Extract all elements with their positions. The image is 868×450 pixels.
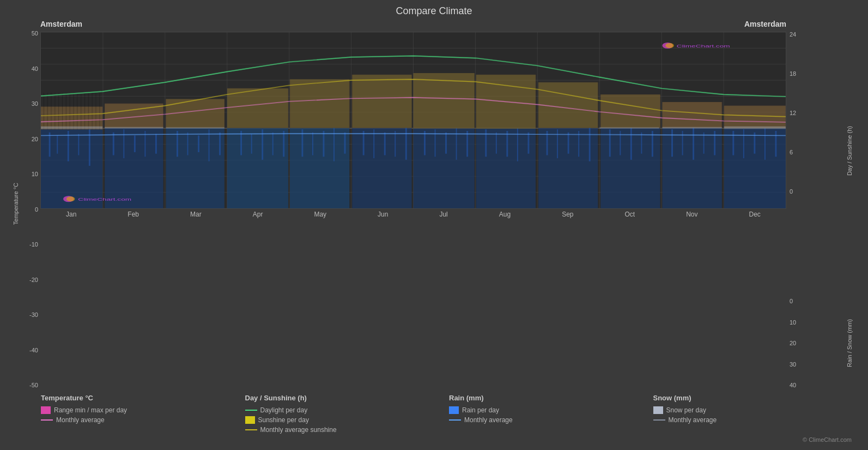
temp-range-swatch [41,406,51,414]
svg-rect-91 [743,129,744,158]
legend-temp-range: Range min / max per day [41,406,245,414]
svg-rect-36 [57,135,58,153]
month-jun: Jun [378,211,388,387]
legend-sunshine: Day / Sunshine (h) Daylight per day Suns… [245,394,450,434]
svg-rect-77 [568,133,569,154]
svg-rect-80 [609,129,611,157]
chart-title: Compare Climate [11,5,857,17]
svg-rect-130 [84,93,85,129]
svg-rect-119 [44,93,44,129]
y-axis-right-rain-label: Rain / Snow (mm) [846,319,853,367]
svg-rect-126 [70,93,70,129]
svg-rect-65 [424,131,426,155]
svg-rect-68 [456,128,457,159]
svg-rect-60 [363,131,365,155]
legend-daylight: Daylight per day [245,406,450,414]
svg-rect-59 [344,133,346,154]
chart-svg: ClimeChart.com ClimeChart.com [41,32,786,208]
svg-rect-33 [662,128,721,208]
svg-rect-42 [134,135,136,152]
svg-rect-38 [78,134,79,155]
svg-point-146 [665,43,674,48]
legend-sunshine-swatch: Sunshine per day [245,416,450,424]
svg-rect-90 [732,131,734,155]
y-axis-left-ticks: 50 40 30 20 10 0 -10 -20 -30 -40 -50 [21,20,40,388]
svg-rect-43 [144,131,145,157]
svg-text:ClimeChart.com: ClimeChart.com [677,44,730,48]
svg-rect-58 [333,128,335,161]
svg-rect-73 [517,128,518,161]
legend-rain-title: Rain (mm) [449,394,653,402]
svg-rect-62 [384,133,386,155]
legend-sunshine-title: Day / Sunshine (h) [245,394,450,402]
svg-rect-138 [599,127,659,128]
sunshine-swatch [245,416,255,424]
svg-rect-140 [724,127,786,129]
svg-rect-118 [724,106,786,129]
svg-rect-136 [105,127,163,129]
y-axis-left-label: Temperature °C [13,183,19,225]
svg-rect-70 [485,129,487,157]
svg-point-143 [66,196,75,201]
legend-snow: Snow (mm) Snow per day Monthly average [653,394,858,434]
svg-rect-53 [272,133,274,155]
svg-rect-83 [641,133,642,154]
sunshine-avg-line [245,429,257,430]
svg-rect-40 [113,133,114,155]
svg-rect-82 [630,128,632,159]
legend-temp-avg: Monthly average [41,416,245,424]
month-oct: Oct [625,211,635,387]
svg-rect-133 [96,93,96,129]
x-axis: Jan Feb Mar Apr May Jun Jul Aug Sep Oct … [40,209,786,388]
snow-swatch [653,406,663,414]
svg-rect-26 [227,128,288,208]
svg-rect-93 [764,128,766,159]
svg-rect-135 [41,127,102,129]
svg-rect-46 [187,133,189,155]
y-axis-right-sunshine-label: Day / Sunshine (h) [846,126,853,176]
svg-rect-56 [312,133,313,155]
svg-rect-64 [405,128,407,159]
svg-rect-27 [290,128,349,208]
svg-rect-127 [74,93,74,129]
svg-rect-29 [414,128,475,208]
legend-rain: Rain (mm) Rain per day Monthly average [449,394,653,434]
svg-rect-57 [323,131,325,157]
svg-rect-125 [66,93,66,129]
month-mar: Mar [190,211,202,387]
month-aug: Aug [499,211,511,387]
svg-rect-63 [394,131,396,157]
svg-rect-114 [600,94,660,128]
month-sep: Sep [562,211,573,387]
svg-rect-28 [352,128,411,208]
svg-rect-139 [662,127,721,129]
svg-rect-104 [290,79,349,128]
legend-snow-swatch: Snow per day [653,406,858,414]
svg-rect-89 [714,131,715,155]
svg-rect-86 [682,131,683,155]
svg-rect-112 [538,82,598,128]
svg-rect-72 [506,131,508,157]
svg-rect-128 [77,93,77,129]
svg-rect-44 [155,134,157,154]
svg-rect-49 [219,133,221,155]
month-may: May [314,211,326,387]
svg-rect-67 [445,133,447,154]
svg-rect-131 [88,93,89,129]
svg-rect-132 [92,93,93,129]
svg-rect-41 [123,129,124,158]
svg-rect-45 [177,131,178,157]
legend-rain-avg: Monthly average [449,416,653,424]
rain-avg-line [449,419,461,421]
svg-rect-76 [557,129,558,158]
svg-rect-121 [51,93,52,129]
legend-snow-title: Snow (mm) [653,394,858,402]
legend-temperature-title: Temperature °C [41,394,245,402]
svg-rect-74 [527,133,529,154]
svg-rect-47 [198,135,199,152]
legend-area: Temperature °C Range min / max per day M… [11,388,857,436]
month-dec: Dec [749,211,761,387]
svg-rect-120 [47,93,48,129]
legend-snow-avg: Monthly average [653,416,858,424]
city-label-right: Amsterdam [744,20,786,28]
